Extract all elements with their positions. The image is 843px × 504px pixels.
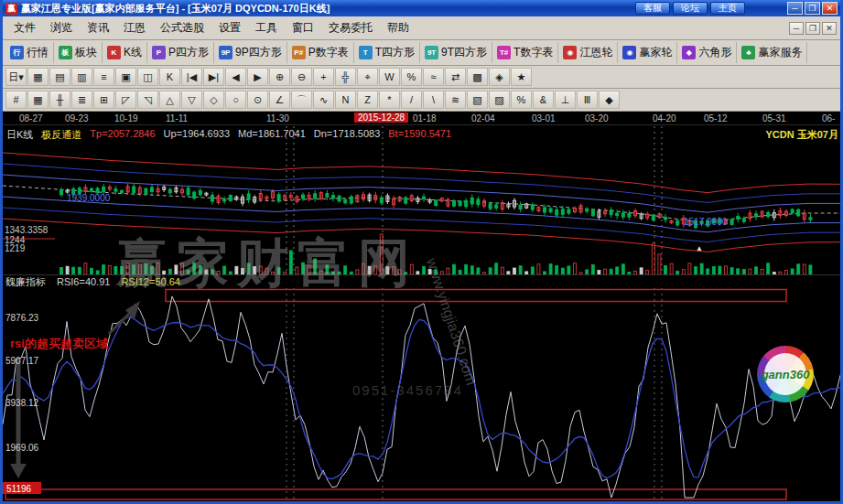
mdi-restore-button[interactable]: ❐: [805, 22, 820, 35]
gann-tool-button-12[interactable]: ∠: [269, 91, 290, 109]
gann-tool-button-0[interactable]: #: [5, 91, 27, 109]
gann-tool-button-6[interactable]: ◹: [137, 91, 158, 109]
chart-tool-button-10[interactable]: ◀: [225, 68, 246, 86]
menu-item-3[interactable]: 江恩: [116, 17, 153, 38]
main-toolbar-item-6[interactable]: TT四方形: [354, 42, 420, 63]
chart-tool-button-22[interactable]: ◈: [489, 68, 510, 86]
gann-tool-button-27[interactable]: ◆: [599, 91, 620, 109]
chart-tool-button-11[interactable]: ▶: [247, 68, 268, 86]
gann-tool-button-9[interactable]: ◇: [203, 91, 224, 109]
chart-tool-button-19[interactable]: ≈: [423, 68, 444, 86]
main-toolbar-item-4[interactable]: 9P9P四方形: [214, 42, 287, 63]
gann-tool-button-24[interactable]: &: [533, 91, 554, 109]
chart-tool-button-5[interactable]: ▣: [115, 68, 136, 86]
gann-tool-button-10[interactable]: ○: [225, 91, 246, 109]
main-toolbar-icon-5: P#: [292, 46, 306, 59]
chart-tool-button-0[interactable]: 日▾: [5, 68, 27, 86]
menu-item-7[interactable]: 窗口: [285, 17, 321, 38]
gann-tool-button-14[interactable]: ∿: [313, 91, 334, 109]
chart-area[interactable]: 08-2709-2310-1911-1111-302015-12-2801-18…: [3, 112, 840, 501]
menu-item-0[interactable]: 文件: [6, 17, 43, 38]
chart-tool-button-17[interactable]: W: [379, 68, 400, 86]
menu-item-2[interactable]: 资讯: [80, 17, 116, 38]
gann-tool-button-22[interactable]: ▨: [489, 91, 510, 109]
main-toolbar-item-5[interactable]: P#P数字表: [287, 42, 354, 63]
rsi-chart-canvas[interactable]: [3, 288, 840, 500]
titlebar-quick-button-1[interactable]: 论坛: [673, 2, 708, 15]
gann-tool-button-20[interactable]: ≋: [445, 91, 466, 109]
menu-item-8[interactable]: 交易委托: [321, 17, 380, 38]
chart-tool-button-21[interactable]: ▩: [467, 68, 488, 86]
gann-tool-button-7[interactable]: △: [159, 91, 180, 109]
chart-tool-button-2[interactable]: ▤: [49, 68, 70, 86]
main-toolbar-item-2[interactable]: KK线: [103, 42, 147, 63]
chart-tool-button-1[interactable]: ▦: [27, 68, 49, 86]
kline-axis-value-2: 1219: [5, 243, 25, 253]
main-toolbar-item-7[interactable]: 9T9T四方形: [420, 42, 492, 63]
gann-tool-button-13[interactable]: ⌒: [291, 91, 312, 109]
gann-tool-button-15[interactable]: N: [335, 91, 356, 109]
main-toolbar-icon-9: ◉: [563, 46, 577, 59]
chart-tool-button-23[interactable]: ★: [511, 68, 532, 86]
kline-pane-label: 日K线: [6, 128, 33, 142]
menu-item-4[interactable]: 公式选股: [153, 17, 211, 38]
gann-tool-button-5[interactable]: ◸: [115, 91, 136, 109]
date-axis: 08-2709-2310-1911-1111-302015-12-2801-18…: [3, 112, 840, 125]
close-button[interactable]: ✕: [822, 2, 838, 15]
kline-param-3: Dn=1718.5083: [314, 128, 380, 142]
main-toolbar-item-9[interactable]: ◉江恩轮: [558, 42, 618, 63]
gann-tool-button-21[interactable]: ▧: [467, 91, 488, 109]
chart-tool-button-9[interactable]: ▶|: [203, 68, 224, 86]
main-toolbar-item-8[interactable]: T#T数字表: [492, 42, 558, 63]
main-toolbar-item-1[interactable]: 板板块: [54, 42, 103, 63]
main-toolbar-item-12[interactable]: ♣赢家服务: [737, 42, 807, 63]
mdi-close-button[interactable]: ✕: [822, 22, 837, 35]
chart-tool-button-15[interactable]: ╬: [335, 68, 356, 86]
kline-chart-canvas[interactable]: ▲: [3, 126, 840, 274]
chart-tool-button-16[interactable]: ⌖: [357, 68, 378, 86]
menu-item-6[interactable]: 工具: [248, 17, 285, 38]
chart-tool-button-12[interactable]: ⊕: [269, 68, 290, 86]
gann-tool-button-8[interactable]: ▽: [181, 91, 202, 109]
kline-param-1: Up=1964.6933: [164, 128, 230, 142]
titlebar-quick-button-0[interactable]: 客服: [635, 2, 670, 15]
gann-tool-button-25[interactable]: ⊥: [555, 91, 576, 109]
chart-tool-button-14[interactable]: +: [313, 68, 334, 86]
main-toolbar-item-3[interactable]: PP四方形: [147, 42, 214, 63]
chart-tool-button-6[interactable]: ◫: [137, 68, 158, 86]
chart-tool-button-18[interactable]: %: [401, 68, 422, 86]
chart-tool-button-13[interactable]: ⊖: [291, 68, 312, 86]
menu-item-1[interactable]: 浏览: [43, 17, 80, 38]
gann-tool-button-26[interactable]: Ⅲ: [577, 91, 598, 109]
main-toolbar-item-0[interactable]: 行行情: [5, 42, 54, 63]
main-toolbar-item-11[interactable]: ◆六角形: [677, 42, 737, 63]
gann-tool-button-3[interactable]: ≣: [71, 91, 92, 109]
gann-tool-button-23[interactable]: %: [511, 91, 532, 109]
titlebar-quick-button-2[interactable]: 主页: [710, 2, 745, 15]
gann-tool-button-18[interactable]: /: [401, 91, 422, 109]
gann-tool-button-17[interactable]: *: [379, 91, 400, 109]
rsi-axis-value-3: 1969.06: [5, 443, 38, 453]
mdi-minimize-button[interactable]: ─: [789, 22, 804, 35]
window-title: 赢家江恩专业版[赢家内部服务平台] - [玉米07月 DQYCDN-170日K线…: [21, 2, 632, 16]
gann-tool-button-1[interactable]: ▦: [27, 91, 49, 109]
gann-tool-button-11[interactable]: ⊙: [247, 91, 268, 109]
menu-item-9[interactable]: 帮助: [380, 17, 416, 38]
main-toolbar-item-10[interactable]: ◉赢家轮: [618, 42, 677, 63]
minimize-button[interactable]: ─: [787, 2, 803, 15]
chart-tool-button-3[interactable]: ▥: [71, 68, 92, 86]
date-tick-10: 04-20: [653, 113, 676, 123]
chart-tool-button-7[interactable]: K: [159, 68, 180, 86]
menu-item-5[interactable]: 设置: [211, 17, 248, 38]
chart-tool-button-8[interactable]: |◀: [181, 68, 202, 86]
main-toolbar-label-4: 9P四方形: [235, 45, 282, 60]
chart-tool-button-4[interactable]: ≡: [93, 68, 114, 86]
restore-button[interactable]: ❐: [805, 2, 820, 15]
gann-tool-button-16[interactable]: Z: [357, 91, 378, 109]
gann-tool-button-19[interactable]: \: [423, 91, 444, 109]
gann-tool-button-4[interactable]: ⊞: [93, 91, 114, 109]
rsi-axis-value-1: 5907.17: [5, 356, 38, 366]
chart-tool-button-20[interactable]: ⇄: [445, 68, 466, 86]
titlebar[interactable]: 赢 赢家江恩专业版[赢家内部服务平台] - [玉米07月 DQYCDN-170日…: [3, 0, 840, 16]
gann-tool-button-2[interactable]: ╫: [49, 91, 70, 109]
